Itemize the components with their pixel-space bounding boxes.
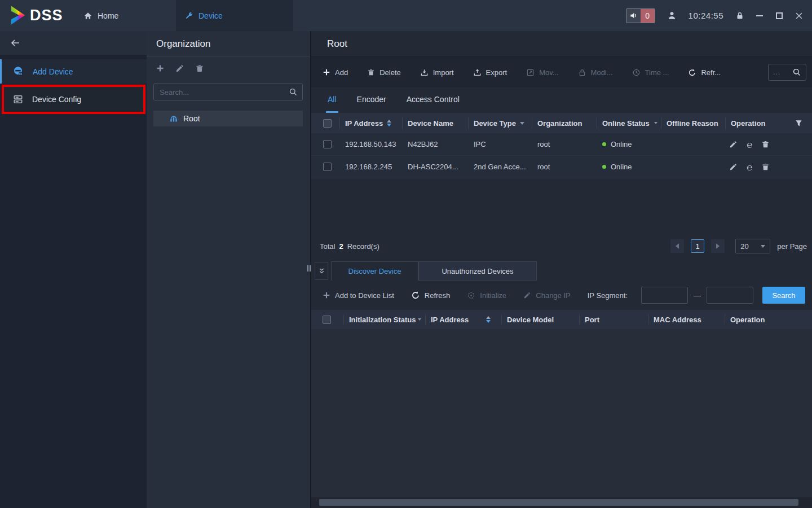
delete-device-icon[interactable] [761, 163, 770, 171]
user-icon[interactable] [667, 11, 677, 20]
move-button[interactable]: Mov... [526, 68, 558, 77]
records-label: Record(s) [347, 242, 379, 251]
trash-icon [367, 68, 375, 76]
col-device-type[interactable]: Device Type [468, 113, 532, 133]
delete-device-icon[interactable] [761, 140, 770, 148]
col-online-status[interactable]: Online Status [597, 113, 661, 133]
refresh-button[interactable]: Refr... [688, 68, 721, 77]
next-page-button[interactable] [711, 239, 725, 253]
page-title: Root [311, 31, 812, 56]
system-clock: 10:24:55 [689, 11, 723, 20]
row-checkbox[interactable] [323, 140, 332, 148]
delete-button[interactable]: Delete [367, 68, 401, 77]
tab-discover-device[interactable]: Discover Device [331, 261, 418, 281]
sidebar-item-device-config[interactable]: Device Config [2, 85, 145, 114]
select-all-checkbox[interactable] [323, 119, 332, 128]
tab-unauthorized-devices[interactable]: Unauthorized Devices [418, 261, 537, 281]
import-button[interactable]: Import [420, 68, 454, 77]
add-to-device-list-button[interactable]: Add to Device List [323, 291, 394, 300]
minimize-button[interactable] [756, 11, 764, 20]
pagination-controls: 1 20 per Page [670, 239, 807, 253]
next-icon [716, 243, 720, 249]
refresh-discover-button[interactable]: Refresh [411, 291, 451, 300]
cell-ip: 192.168.50.143 [339, 140, 402, 148]
tab-access-control[interactable]: Access Control [405, 87, 461, 113]
add-org-icon[interactable] [156, 64, 165, 73]
edit-device-icon[interactable] [729, 140, 738, 148]
online-dot [602, 142, 606, 146]
ip-segment-end-input[interactable] [707, 287, 753, 304]
import-icon [420, 68, 429, 77]
sort-icon[interactable] [486, 316, 491, 323]
tab-device[interactable]: Device [176, 0, 293, 31]
tab-encoder[interactable]: Encoder [355, 87, 388, 113]
device-config-icon [12, 94, 24, 105]
filter-caret-icon[interactable] [418, 318, 421, 321]
filter-caret-icon[interactable] [654, 122, 657, 124]
cell-online-status: Online [597, 163, 661, 171]
cell-device-name: N42BJ62 [402, 140, 468, 148]
edit-org-icon[interactable] [175, 64, 184, 73]
close-button[interactable] [795, 11, 804, 20]
col-ip-address[interactable]: IP Address [425, 310, 501, 329]
export-label: Export [486, 68, 508, 77]
organization-search-input[interactable] [160, 88, 285, 97]
edit-device-icon[interactable] [729, 163, 738, 171]
move-label: Mov... [539, 68, 558, 77]
add-button[interactable]: Add [323, 68, 348, 77]
web-access-icon[interactable]: ℮ [747, 140, 752, 149]
col-mac-address: MAC Address [648, 310, 725, 329]
speaker-icon[interactable] [626, 9, 641, 23]
tab-device-label: Device [198, 11, 223, 20]
tab-home[interactable]: Home [83, 0, 118, 31]
discover-section: Discover Device Unauthorized Devices Add… [311, 261, 812, 508]
initialize-button[interactable]: Initialize [467, 291, 506, 300]
refresh-icon [411, 291, 420, 300]
app-logo: DSS [9, 5, 63, 25]
collapse-panel-button[interactable] [315, 262, 328, 280]
horizontal-scrollbar-track[interactable] [311, 497, 812, 508]
device-search-input[interactable] [773, 68, 790, 76]
alarm-volume-group[interactable]: 0 [626, 8, 655, 23]
dss-window: DSS Home Device 0 10:24:55 [0, 0, 812, 508]
col-ip-address[interactable]: IP Address [339, 113, 402, 133]
page-size-select[interactable]: 20 [735, 239, 770, 253]
tree-node-root[interactable]: Root [153, 111, 303, 126]
table-row[interactable]: 192.168.2.245 DH-ASC2204... 2nd Gen Acce… [311, 156, 812, 178]
change-ip-button[interactable]: Change IP [523, 291, 570, 300]
back-button[interactable] [0, 31, 147, 55]
discover-toolbar: Add to Device List Refresh Initialize Ch… [311, 281, 812, 310]
select-all-checkbox[interactable] [323, 316, 331, 324]
add-label: Add [335, 68, 348, 77]
modify-button[interactable]: Modi... [578, 68, 613, 77]
search-button[interactable]: Search [762, 287, 805, 304]
prev-page-button[interactable] [670, 239, 684, 253]
delete-org-icon[interactable] [195, 64, 204, 73]
search-icon[interactable] [792, 68, 801, 77]
horizontal-scrollbar-thumb[interactable] [319, 499, 798, 506]
col-device-model: Device Model [501, 310, 579, 329]
col-initialization-status[interactable]: Initialization Status [343, 310, 425, 329]
sort-icon[interactable] [387, 120, 391, 126]
ip-segment-start-input[interactable] [641, 287, 688, 304]
tab-all[interactable]: All [326, 87, 338, 113]
current-page-button[interactable]: 1 [691, 239, 704, 253]
row-checkbox[interactable] [323, 163, 332, 171]
import-label: Import [433, 68, 454, 77]
maximize-button[interactable] [776, 12, 783, 19]
logo-text: DSS [30, 7, 63, 24]
lock-icon[interactable] [735, 11, 744, 20]
filter-caret-icon[interactable] [520, 122, 524, 125]
export-button[interactable]: Export [473, 68, 508, 77]
cell-operation: ℮ [725, 163, 812, 172]
time-button[interactable]: Time ... [632, 68, 669, 77]
table-row[interactable]: 192.168.50.143 N42BJ62 IPC root Online ℮ [311, 133, 812, 156]
panel-resize-grip[interactable] [307, 265, 311, 271]
search-icon[interactable] [289, 87, 298, 97]
filter-funnel-icon[interactable] [795, 119, 803, 128]
web-access-icon[interactable]: ℮ [747, 163, 752, 172]
initialize-label: Initialize [480, 291, 506, 300]
sidebar-item-add-device[interactable]: Add Device [0, 59, 147, 84]
sidebar-item-label: Add Device [33, 67, 73, 76]
back-arrow-icon [10, 38, 21, 47]
